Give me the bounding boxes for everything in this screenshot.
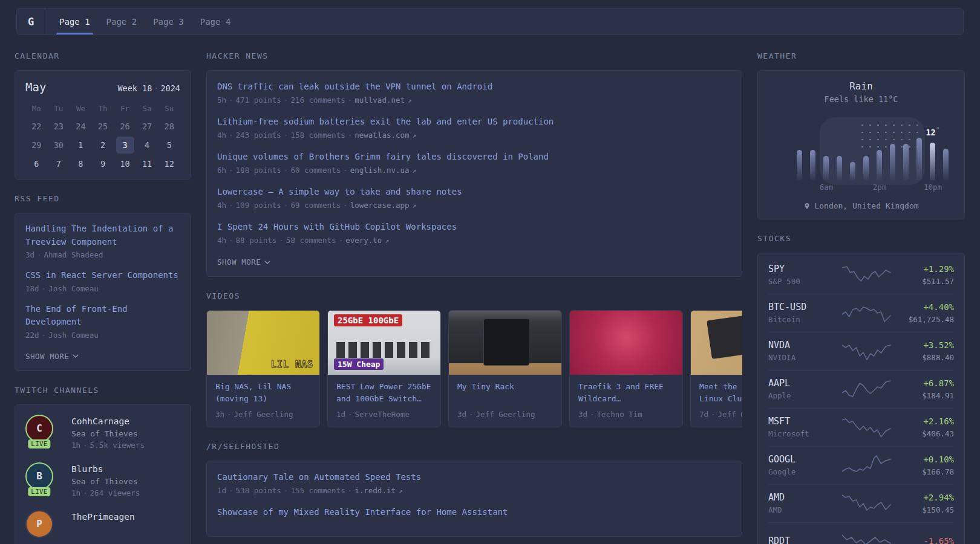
video-title[interactable]: My Tiny Rack	[457, 381, 553, 405]
rss-item-meta: 3d·Ahmad Shadeed	[25, 248, 180, 261]
stock-sparkline	[840, 301, 893, 325]
calendar-day: 26	[114, 117, 136, 135]
tab-page-4[interactable]: Page 4	[200, 8, 231, 34]
avatar: B	[25, 462, 53, 490]
stock-row[interactable]: AAPLApple +6.87%$184.91	[768, 370, 954, 408]
stock-change: +2.94%	[893, 491, 954, 504]
calendar-day: 24	[70, 117, 92, 135]
twitch-avatar-wrap: C LIVE	[25, 415, 53, 452]
hn-item-title[interactable]: DNS traffic can leak outside the VPN tun…	[217, 80, 731, 94]
stock-price: $406.43	[893, 428, 954, 439]
calendar-day: 8	[70, 154, 92, 173]
video-card[interactable]: My Tiny Rack 3d·Jeff Geerling	[448, 310, 562, 427]
stock-symbol: NVDA	[768, 338, 840, 352]
reddit-item-title[interactable]: Showcase of my Mixed Reality Interface f…	[217, 505, 731, 519]
videos-section: VIDEOS LIL NAS Big NAS, Lil NAS (moving …	[206, 291, 742, 427]
stock-change: +6.87%	[893, 377, 954, 390]
stock-sparkline	[840, 453, 893, 478]
weather-bar	[797, 150, 802, 180]
twitch-channel-row[interactable]: B LIVE Blurbs Sea of Thieves 1h·264 view…	[25, 462, 180, 500]
video-card[interactable]: LIL NAS Big NAS, Lil NAS (moving 13) 3h·…	[206, 310, 320, 427]
tab-page-3[interactable]: Page 3	[153, 8, 184, 34]
twitch-channel-row[interactable]: P ThePrimeagen	[25, 510, 180, 544]
video-card[interactable]: FA Meet the fastest Linux Cluster 7d·Jef…	[690, 310, 742, 427]
calendar-week: Week 18	[117, 83, 152, 93]
stock-row[interactable]: NVDANVIDIA +3.52%$888.40	[768, 332, 954, 370]
video-thumbnail[interactable]	[449, 311, 561, 375]
calendar-day: 23	[48, 117, 70, 135]
twitch-channel-viewers: 1h·5.5k viewers	[71, 439, 145, 451]
app-logo[interactable]: G	[17, 8, 45, 34]
video-thumbnail[interactable]: 25GbE 100GbE 15W Cheap	[328, 311, 440, 375]
stock-row[interactable]: AMDAMD +2.94%$150.45	[768, 484, 954, 522]
video-title[interactable]: Big NAS, Lil NAS (moving 13)	[215, 381, 311, 405]
rss-item-title[interactable]: CSS in React Server Components	[25, 269, 180, 282]
weather-feels-like: Feels like 11°C	[768, 94, 955, 104]
calendar-day: 2	[92, 135, 114, 154]
video-title[interactable]: Meet the fastest Linux Cluster	[699, 381, 742, 405]
rss-show-more-button[interactable]: SHOW MORE	[25, 352, 79, 361]
tab-page-2[interactable]: Page 2	[106, 8, 137, 34]
video-info: Traefik 3 and FREE Wildcard… 3d·Techno T…	[570, 375, 682, 427]
stock-symbol: GOOGL	[768, 453, 840, 466]
rss-feed-widget: Handling The Indentation of a Treeview C…	[15, 213, 191, 371]
stock-sparkline	[840, 339, 893, 363]
external-link-icon	[410, 166, 417, 175]
hn-item: Lowercase – A simple way to take and sha…	[217, 185, 731, 212]
stock-row[interactable]: BTC-USDBitcoin +4.40%$61,725.48	[768, 294, 954, 332]
reddit-item-title[interactable]: Cautionary Tale on Automated Speed Tests	[217, 470, 731, 484]
rss-item-title[interactable]: The End of Front-End Development	[25, 303, 180, 329]
calendar-section-label: CALENDAR	[15, 51, 191, 61]
video-title[interactable]: BEST Low Power 25GbE and 100GbE Switch…	[336, 381, 432, 405]
stock-name: S&P 500	[768, 276, 840, 287]
weather-bar	[903, 144, 909, 180]
calendar-year: 2024	[160, 83, 180, 93]
weather-section: WEATHER Rain Feels like 11°C 12° 6am 2pm…	[757, 51, 965, 219]
stock-symbol: AAPL	[768, 377, 840, 390]
twitch-channel-info: CohhCarnage Sea of Thieves 1h·5.5k viewe…	[71, 415, 145, 452]
rss-item: CSS in React Server Components 18d·Josh …	[25, 269, 180, 295]
weather-location: London, United Kingdom	[768, 201, 955, 210]
external-link-icon	[410, 201, 417, 210]
hn-item-title[interactable]: Lowercase – A simple way to take and sha…	[217, 185, 731, 199]
live-badge: LIVE	[28, 439, 50, 448]
video-thumbnail[interactable]: LIL NAS	[207, 311, 319, 375]
hn-item-title[interactable]: Unique volumes of Brothers Grimm fairy t…	[217, 150, 731, 164]
stock-symbol: BTC-USD	[768, 300, 840, 314]
twitch-channel-row[interactable]: C LIVE CohhCarnage Sea of Thieves 1h·5.5…	[25, 415, 180, 452]
hn-item-meta: 4h·88 points·58 comments·every.to	[217, 234, 731, 247]
video-card[interactable]: Traefik 3 and FREE Wildcard… 3d·Techno T…	[569, 310, 683, 427]
video-card[interactable]: 25GbE 100GbE 15W Cheap BEST Low Power 25…	[327, 310, 441, 427]
twitch-avatar-wrap: P	[25, 510, 53, 544]
video-thumbnail[interactable]: FA	[691, 311, 742, 375]
twitch-channels-widget: C LIVE CohhCarnage Sea of Thieves 1h·5.5…	[15, 404, 191, 544]
calendar-day: 1	[70, 135, 92, 154]
thumbnail-text: 15W Cheap	[334, 358, 384, 370]
hn-item-meta: 5h·471 points·216 comments·mullvad.net	[217, 94, 731, 107]
hn-item-meta: 4h·109 points·69 comments·lowercase.app	[217, 199, 731, 212]
stock-sparkline	[840, 491, 893, 516]
stock-row[interactable]: RDDT -1.65%	[768, 522, 954, 544]
rss-item-meta: 22d·Josh Comeau	[25, 329, 180, 342]
stock-name: Google	[768, 466, 840, 478]
video-title[interactable]: Traefik 3 and FREE Wildcard…	[578, 381, 674, 405]
tab-page-1[interactable]: Page 1	[59, 8, 90, 34]
weather-section-label: WEATHER	[757, 51, 965, 61]
video-info: Big NAS, Lil NAS (moving 13) 3h·Jeff Gee…	[207, 375, 319, 427]
calendar-day: 4	[136, 135, 158, 154]
hn-item-title[interactable]: I Spent 24 Hours with GitHub Copilot Wor…	[217, 220, 731, 234]
rss-item-title[interactable]: Handling The Indentation of a Treeview C…	[25, 222, 180, 248]
hn-item-title[interactable]: Lithium-free sodium batteries exit the l…	[217, 115, 731, 129]
stock-row[interactable]: SPYS&P 500 +1.29%$511.57	[768, 256, 954, 294]
stock-price: $61,725.48	[893, 314, 954, 325]
hn-show-more-button[interactable]: SHOW MORE	[217, 257, 270, 267]
stock-row[interactable]: MSFTMicrosoft +2.16%$406.43	[768, 408, 954, 446]
dashboard-grid: CALENDAR May Week 18·2024 Mo Tu We Th Fr…	[0, 35, 980, 544]
calendar-day: 27	[136, 117, 158, 135]
weather-bar	[916, 138, 922, 180]
weather-bar	[863, 156, 869, 180]
video-thumbnail[interactable]	[570, 311, 682, 375]
separator-dot: ·	[154, 83, 158, 93]
stock-row[interactable]: GOOGLGoogle +0.10%$166.78	[768, 446, 954, 484]
twitch-channel-info: ThePrimeagen	[71, 510, 135, 544]
